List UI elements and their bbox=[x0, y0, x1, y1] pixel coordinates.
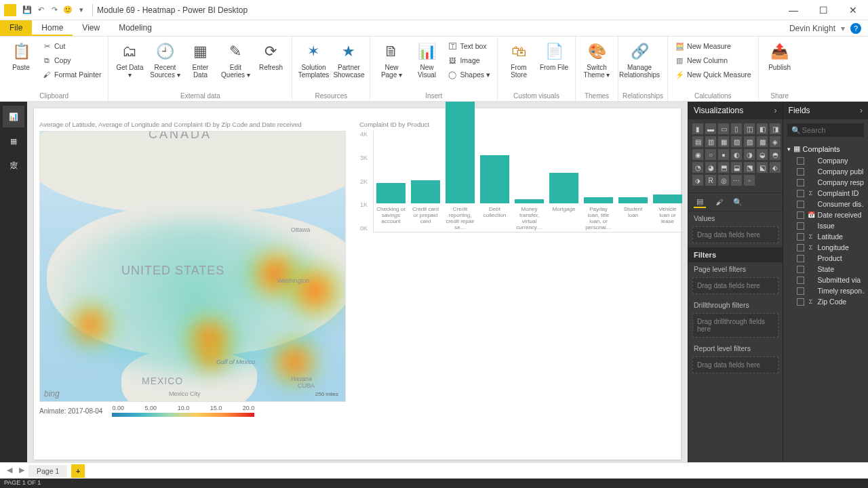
signed-in-user[interactable]: Devin Knight bbox=[789, 24, 835, 33]
paste-button[interactable]: 📋 Paste bbox=[4, 39, 38, 73]
drillthrough-drop-zone[interactable]: Drag drillthrough fields here bbox=[692, 313, 778, 338]
viz-type-icon[interactable]: ◒ bbox=[757, 149, 768, 160]
viz-type-icon[interactable]: ⬕ bbox=[757, 162, 768, 173]
image-button[interactable]: 🖼Image bbox=[445, 54, 493, 67]
field-checkbox[interactable] bbox=[797, 277, 804, 284]
new-page-button[interactable]: 🗎New Page ▾ bbox=[374, 39, 408, 80]
shapes-button[interactable]: ◯Shapes ▾ bbox=[445, 68, 493, 81]
field-row[interactable]: Submitted via bbox=[787, 274, 864, 285]
page-prev-icon[interactable]: ◀ bbox=[4, 466, 15, 476]
new-measure-button[interactable]: 🧮New Measure bbox=[672, 39, 754, 53]
solution-templates-button[interactable]: ✶Solution Templates bbox=[296, 39, 330, 80]
viz-type-icon[interactable]: ⬖ bbox=[770, 162, 781, 173]
viz-type-icon[interactable]: ▭ bbox=[718, 123, 729, 134]
qat-save-icon[interactable]: 💾 bbox=[22, 5, 32, 14]
qat-dropdown-icon[interactable]: ▾ bbox=[77, 5, 86, 14]
format-tab-icon[interactable]: 🖌 bbox=[713, 196, 725, 208]
copy-button[interactable]: ⧉Copy bbox=[39, 54, 104, 67]
recent-sources-button[interactable]: 🕘Recent Sources ▾ bbox=[148, 39, 182, 80]
viz-type-icon[interactable]: ◕ bbox=[705, 162, 716, 173]
bar-column[interactable]: Credit reporting, credit repair se… bbox=[443, 102, 477, 232]
viz-type-icon[interactable]: ▨ bbox=[744, 136, 755, 147]
partner-showcase-button[interactable]: ★Partner Showcase bbox=[332, 39, 366, 80]
edit-queries-button[interactable]: ✎Edit Queries ▾ bbox=[218, 39, 252, 80]
field-row[interactable]: Company publ… bbox=[787, 166, 864, 177]
add-page-button[interactable]: + bbox=[71, 464, 85, 478]
viz-type-icon[interactable]: ⋯ bbox=[731, 175, 742, 186]
switch-theme-button[interactable]: 🎨Switch Theme ▾ bbox=[580, 39, 614, 80]
fields-tab-icon[interactable]: ▤ bbox=[694, 196, 706, 208]
report-canvas[interactable]: Average of Latitude, Average of Longitud… bbox=[34, 108, 681, 460]
viz-type-icon[interactable]: ▥ bbox=[705, 136, 716, 147]
from-store-button[interactable]: 🛍From Store bbox=[502, 39, 536, 80]
field-checkbox[interactable] bbox=[797, 233, 804, 241]
viz-type-icon[interactable]: ▩ bbox=[757, 136, 768, 147]
new-quick-measure-button[interactable]: ⚡New Quick Measure bbox=[672, 68, 754, 81]
viz-type-icon[interactable]: ⬒ bbox=[718, 162, 729, 173]
field-checkbox[interactable] bbox=[797, 179, 804, 186]
heatmap-map[interactable]: CANADA UNITED STATES MEXICO Ottawa Washi… bbox=[39, 131, 346, 402]
viz-type-icon[interactable]: ◨ bbox=[770, 123, 781, 134]
field-row[interactable]: State bbox=[787, 264, 864, 274]
viz-type-icon[interactable]: ○ bbox=[705, 149, 716, 160]
bar-column[interactable]: Mortgage bbox=[547, 173, 581, 232]
viz-type-icon[interactable]: ◔ bbox=[692, 162, 703, 173]
report-filters-drop-zone[interactable]: Drag data fields here bbox=[692, 357, 778, 373]
viz-type-icon[interactable]: ⬓ bbox=[731, 162, 742, 173]
qat-smile-icon[interactable]: 🙂 bbox=[63, 5, 73, 14]
page-next-icon[interactable]: ▶ bbox=[16, 466, 27, 476]
field-row[interactable]: ΣLatitude bbox=[787, 231, 864, 242]
report-view-icon[interactable]: 📊 bbox=[3, 106, 24, 127]
menu-view[interactable]: View bbox=[73, 20, 109, 36]
field-checkbox[interactable] bbox=[797, 157, 804, 165]
qat-redo-icon[interactable]: ↷ bbox=[50, 5, 59, 14]
bar-chart-visual[interactable]: Complaint ID by Product 4K3K2K1K0K Check… bbox=[359, 121, 685, 263]
field-checkbox[interactable] bbox=[797, 298, 804, 306]
field-row[interactable]: ΣLongitude bbox=[787, 242, 864, 253]
viz-type-icon[interactable]: ⬔ bbox=[744, 162, 755, 173]
bar-column[interactable]: Student loan bbox=[616, 197, 650, 232]
model-view-icon[interactable]: 🕸 bbox=[3, 155, 24, 176]
viz-type-icon[interactable]: ▬ bbox=[705, 123, 716, 134]
qat-undo-icon[interactable]: ↶ bbox=[36, 5, 45, 14]
field-checkbox[interactable] bbox=[797, 266, 804, 273]
field-checkbox[interactable] bbox=[797, 222, 804, 230]
user-dropdown-icon[interactable]: ▾ bbox=[841, 24, 845, 33]
field-checkbox[interactable] bbox=[797, 201, 804, 208]
enter-data-button[interactable]: ▦Enter Data bbox=[183, 39, 217, 80]
page-filters-drop-zone[interactable]: Drag data fields here bbox=[692, 277, 778, 294]
field-checkbox[interactable] bbox=[797, 255, 804, 262]
heatmap-visual[interactable]: Average of Latitude, Average of Longitud… bbox=[39, 121, 346, 412]
text-box-button[interactable]: 🅃Text box bbox=[445, 39, 493, 53]
help-icon[interactable]: ? bbox=[850, 23, 861, 34]
page-tab-1[interactable]: Page 1 bbox=[28, 465, 67, 477]
visualizations-header[interactable]: Visualizations› bbox=[688, 102, 783, 119]
get-data-button[interactable]: 🗂Get Data ▾ bbox=[113, 39, 146, 80]
viz-type-icon[interactable]: ◈ bbox=[770, 136, 781, 147]
menu-file[interactable]: File bbox=[0, 20, 32, 36]
viz-type-icon[interactable]: ◑ bbox=[744, 149, 755, 160]
bar-column[interactable]: Checking or savings account bbox=[374, 183, 408, 232]
new-column-button[interactable]: ▥New Column bbox=[672, 54, 754, 67]
viz-type-icon[interactable]: ◐ bbox=[731, 149, 742, 160]
viz-type-icon[interactable]: ◧ bbox=[757, 123, 768, 134]
viz-type-icon[interactable]: ◓ bbox=[770, 149, 781, 160]
viz-type-icon[interactable]: ◎ bbox=[718, 175, 729, 186]
bar-column[interactable]: Vehicle loan or lease bbox=[650, 195, 685, 232]
field-row[interactable]: Product bbox=[787, 253, 864, 264]
viz-type-icon[interactable]: ▯ bbox=[731, 123, 742, 134]
values-drop-zone[interactable]: Drag data fields here bbox=[692, 226, 778, 243]
menu-home[interactable]: Home bbox=[32, 20, 73, 36]
analytics-tab-icon[interactable]: 🔍 bbox=[732, 196, 744, 208]
window-minimize[interactable]: — bbox=[778, 0, 808, 20]
viz-type-icon[interactable]: ◫ bbox=[744, 123, 755, 134]
publish-button[interactable]: 📤Publish bbox=[763, 39, 797, 73]
cut-button[interactable]: ✂Cut bbox=[39, 39, 104, 53]
window-close[interactable]: ✕ bbox=[838, 0, 868, 20]
window-maximize[interactable]: ☐ bbox=[808, 0, 838, 20]
viz-type-icon[interactable]: ◉ bbox=[692, 149, 703, 160]
field-checkbox[interactable] bbox=[797, 211, 804, 219]
new-visual-button[interactable]: 📊New Visual bbox=[410, 39, 443, 80]
field-row[interactable]: ΣZip Code bbox=[787, 296, 864, 307]
format-painter-button[interactable]: 🖌Format Painter bbox=[39, 68, 104, 81]
